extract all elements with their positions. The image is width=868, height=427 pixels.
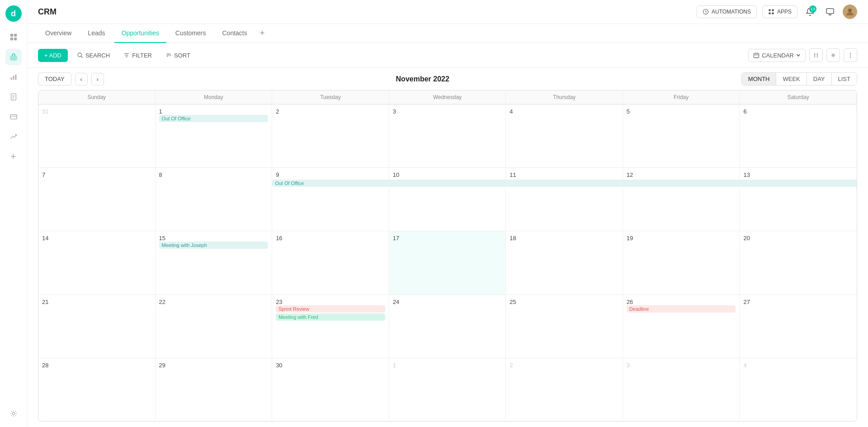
cal-cell-nov-18[interactable]: 18 (506, 231, 623, 294)
cal-cell-nov-28[interactable]: 28 (38, 358, 156, 421)
cal-cell-nov-5[interactable]: 5 (623, 104, 740, 167)
cal-cell-nov-22[interactable]: 22 (156, 295, 273, 358)
sidebar-item-add[interactable]: + (5, 148, 22, 165)
event-out-of-office-1[interactable]: Out Of Office (159, 115, 269, 122)
user-avatar[interactable] (843, 5, 857, 19)
week-row: 28 29 30 1 2 3 4 (38, 358, 857, 421)
day-header-sat: Saturday (740, 90, 857, 104)
cal-cell-nov-12[interactable]: 12 (623, 168, 740, 231)
cal-cell-nov-21[interactable]: 21 (38, 295, 156, 358)
app-header: CRM AUTOMATIONS APPS (27, 0, 868, 24)
cal-cell-dec-1[interactable]: 1 (389, 358, 506, 421)
cal-cell-nov-23[interactable]: 23 Sprint Review Meeting with Fred (272, 295, 389, 358)
svg-rect-3 (14, 38, 16, 40)
automations-icon (703, 9, 709, 15)
svg-point-41 (850, 57, 851, 57)
cal-cell-nov-30[interactable]: 30 (272, 358, 389, 421)
cal-cell-nov-27[interactable]: 27 (740, 295, 857, 358)
view-day-button[interactable]: DAY (807, 73, 832, 85)
cal-cell-nov-19[interactable]: 19 (623, 231, 740, 294)
calendar-view-button[interactable]: CALENDAR (748, 49, 806, 62)
cal-cell-dec-3[interactable]: 3 (623, 358, 740, 421)
cal-cell-nov-24[interactable]: 24 (389, 295, 506, 358)
monitor-button[interactable] (823, 5, 837, 19)
cal-cell-dec-2[interactable]: 2 (506, 358, 623, 421)
sidebar-item-card[interactable] (5, 109, 22, 125)
svg-rect-7 (15, 75, 16, 80)
tab-leads[interactable]: Leads (80, 24, 112, 43)
automations-button[interactable]: AUTOMATIONS (697, 5, 757, 18)
add-button[interactable]: + ADD (38, 49, 68, 62)
view-month-button[interactable]: MONTH (742, 73, 777, 85)
tab-add-button[interactable]: + (256, 25, 269, 42)
apps-button[interactable]: APPS (762, 5, 797, 18)
calendar-header-row: Sunday Monday Tuesday Wednesday Thursday… (38, 90, 857, 104)
event-meeting-fred[interactable]: Meeting with Fred (276, 313, 385, 321)
day-header-mon: Monday (156, 90, 273, 104)
day-header-sun: Sunday (38, 90, 156, 104)
cal-cell-nov-13[interactable]: 13 (740, 168, 857, 231)
svg-rect-32 (754, 53, 759, 58)
filter-button[interactable]: FILTER (119, 49, 156, 62)
cal-cell-nov-6[interactable]: 6 (740, 104, 857, 167)
next-button[interactable]: › (91, 73, 104, 85)
cal-cell-nov-2[interactable]: 2 (272, 104, 389, 167)
sidebar-item-trend[interactable] (5, 128, 22, 145)
toolbar-left: + ADD SEARCH FILTER (38, 49, 195, 62)
cal-cell-nov-29[interactable]: 29 (156, 358, 273, 421)
day-header-wed: Wednesday (389, 90, 506, 104)
sidebar-item-briefcase[interactable] (5, 49, 22, 65)
event-out-of-office-span[interactable]: Out Of Office (272, 180, 857, 187)
svg-point-24 (78, 53, 81, 57)
cal-cell-dec-4[interactable]: 4 (740, 358, 857, 421)
app-logo[interactable]: d (5, 5, 22, 22)
toolbar: + ADD SEARCH FILTER (27, 43, 868, 68)
notification-badge: 13 (809, 5, 816, 13)
sidebar-item-document[interactable] (5, 89, 22, 105)
cal-cell-nov-14[interactable]: 14 (38, 231, 156, 294)
cal-cell-nov-8[interactable]: 8 (156, 168, 273, 231)
cal-cell-nov-16[interactable]: 16 (272, 231, 389, 294)
svg-rect-12 (10, 115, 16, 119)
tab-customers[interactable]: Customers (168, 24, 213, 43)
gear-icon (830, 52, 836, 58)
cal-cell-nov-15[interactable]: 15 Meeting with Joseph (156, 231, 273, 294)
cal-cell-31-oct[interactable]: 31 (38, 104, 156, 167)
event-deadline[interactable]: Deadline (627, 305, 736, 313)
sidebar-item-chart[interactable] (5, 69, 22, 85)
calendar-view-switcher: MONTH WEEK DAY LIST (741, 72, 857, 85)
today-button[interactable]: TODAY (38, 72, 71, 85)
cal-cell-nov-7[interactable]: 7 (38, 168, 156, 231)
day-header-fri: Friday (623, 90, 740, 104)
app-title: CRM (38, 7, 57, 17)
prev-button[interactable]: ‹ (75, 73, 88, 85)
calendar-grid: Sunday Monday Tuesday Wednesday Thursday… (38, 90, 857, 422)
cal-cell-nov-9[interactable]: 9 Out Of Office (272, 168, 389, 231)
settings-button[interactable] (826, 48, 840, 62)
cal-cell-nov-11[interactable]: 11 (506, 168, 623, 231)
sidebar-item-grid[interactable] (5, 29, 22, 45)
search-icon (77, 52, 83, 58)
event-sprint-review[interactable]: Sprint Review (276, 305, 385, 313)
search-button[interactable]: SEARCH (72, 49, 114, 62)
more-options-button[interactable] (844, 48, 857, 62)
cal-cell-nov-1[interactable]: 1 Out Of Office (156, 104, 273, 167)
cal-cell-nov-17[interactable]: 17 (389, 231, 506, 294)
tab-opportunities[interactable]: Opportunities (114, 24, 166, 43)
sidebar-item-settings[interactable] (5, 405, 22, 422)
event-meeting-joseph[interactable]: Meeting with Joseph (159, 242, 269, 249)
cal-cell-nov-20[interactable]: 20 (740, 231, 857, 294)
tab-overview[interactable]: Overview (38, 24, 79, 43)
cal-cell-nov-4[interactable]: 4 (506, 104, 623, 167)
notifications-button[interactable]: 13 (803, 5, 817, 19)
svg-line-25 (81, 56, 82, 57)
tab-contacts[interactable]: Contacts (215, 24, 254, 43)
view-week-button[interactable]: WEEK (776, 73, 807, 85)
cal-cell-nov-3[interactable]: 3 (389, 104, 506, 167)
column-settings-button[interactable] (809, 48, 823, 62)
cal-cell-nov-26[interactable]: 26 Deadline (623, 295, 740, 358)
sort-button[interactable]: SORT (161, 49, 195, 62)
view-list-button[interactable]: LIST (832, 73, 857, 85)
cal-cell-nov-10[interactable]: 10 (389, 168, 506, 231)
cal-cell-nov-25[interactable]: 25 (506, 295, 623, 358)
